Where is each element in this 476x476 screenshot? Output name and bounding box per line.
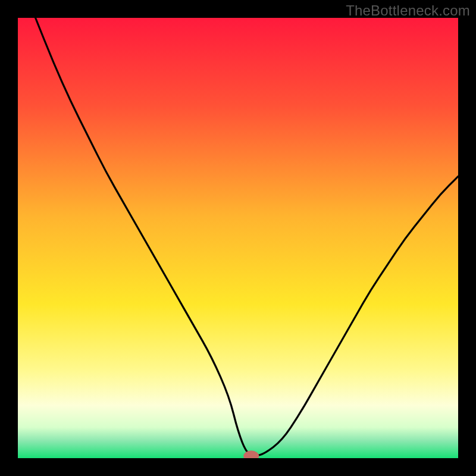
watermark-label: TheBottleneck.com xyxy=(346,2,470,19)
plot-background xyxy=(18,18,458,458)
chart-container: TheBottleneck.com xyxy=(0,0,476,476)
bottleneck-chart xyxy=(0,0,476,476)
